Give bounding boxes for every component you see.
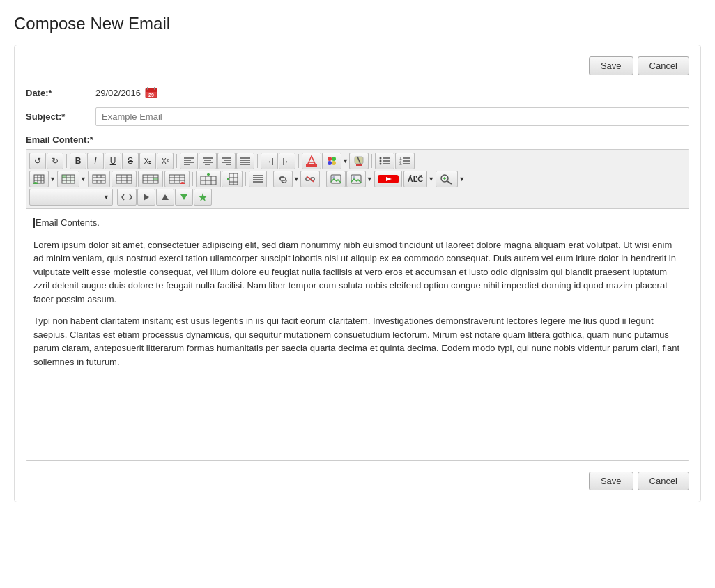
save-button-top[interactable]: Save [589,56,633,75]
svg-rect-102 [351,175,361,183]
bold-button[interactable]: B [70,153,86,169]
insert-arrow-right[interactable] [137,189,155,206]
insert-col-before-button[interactable] [222,171,243,187]
unordered-list-button[interactable] [375,153,394,169]
insert-arrow-up[interactable] [156,189,174,206]
separator-3 [257,154,258,168]
editor-text: Email Contents. Lorem ipsum dolor sit am… [33,216,682,369]
clear-formatting-button[interactable] [349,153,369,169]
svg-text:29: 29 [148,93,154,98]
editor-paragraph-2: Typi non habent claritatem insitam; est … [33,314,682,369]
separator-7 [245,172,246,186]
form-container: Save Cancel Date:* 29/02/2016 29 [14,45,701,502]
svg-rect-95 [280,178,286,180]
subject-field[interactable] [95,107,689,126]
font-dropdown-arrow: ▼ [103,194,109,201]
special-chars-dropdown[interactable]: ▼ [428,176,434,183]
table-style-button[interactable] [57,171,79,187]
text-color-button[interactable] [302,153,321,169]
undo-button[interactable]: ↺ [29,153,46,169]
align-center-button[interactable] [199,153,217,169]
superscript-button[interactable]: X² [157,153,174,169]
insert-table-button[interactable] [29,171,49,187]
toolbar-row-1: ↺ ↻ B I U S X₂ X² [29,153,686,169]
svg-marker-21 [307,156,316,165]
insert-star[interactable] [194,189,212,206]
svg-point-26 [328,161,332,165]
font-dropdown[interactable]: ▼ [29,189,113,206]
delete-table-button[interactable] [164,171,190,187]
strikethrough-button[interactable]: S [122,153,139,169]
font-dropdown-label [33,193,102,201]
svg-marker-113 [199,193,207,201]
ordered-list-button[interactable]: 1.2.3. [395,153,415,169]
italic-button[interactable]: I [87,153,104,169]
color-palette-button[interactable] [322,153,341,169]
cancel-button-bottom[interactable]: Cancel [638,472,689,490]
top-buttons-row: Save Cancel [26,56,689,75]
toolbar-row-3: ▼ [29,189,686,206]
table-dropdown[interactable]: ▼ [49,176,56,183]
insert-arrow-down[interactable] [175,189,193,206]
svg-point-24 [328,157,332,161]
editor-title-line: Email Contents. [33,216,682,230]
svg-rect-23 [306,164,317,167]
merge-cells-button[interactable] [88,171,110,187]
date-field: 29/02/2016 29 [95,86,689,99]
source-button[interactable] [117,189,137,206]
insert-row-before-button[interactable] [196,171,221,187]
separator-2 [176,154,177,168]
row-col-ops-button[interactable] [138,171,163,187]
subscript-button[interactable]: X₂ [139,153,156,169]
outdent-button[interactable]: |← [279,153,296,169]
underline-button[interactable]: U [105,153,121,169]
align-justify-button[interactable] [236,153,254,169]
svg-point-31 [380,157,382,160]
editor-wrapper: ↺ ↻ B I U S X₂ X² [26,149,689,461]
separator-8 [270,172,270,186]
svg-rect-3 [154,87,155,90]
cancel-button-top[interactable]: Cancel [638,56,689,75]
youtube-button[interactable] [374,171,402,187]
separator-4 [298,154,299,168]
subject-row: Subject:* [26,107,689,126]
image-options-dropdown[interactable]: ▼ [367,176,373,183]
save-button-bottom[interactable]: Save [589,472,633,490]
block-align-button[interactable] [249,171,267,187]
calendar-icon[interactable]: 29 [145,86,157,99]
link-dropdown[interactable]: ▼ [293,176,300,183]
svg-rect-72 [153,178,158,180]
separator-5 [371,154,372,168]
find-replace-dropdown[interactable]: ▼ [459,176,465,183]
separator-1 [66,154,67,168]
date-label: Date:* [26,88,95,98]
email-content-label: Email Content:* [26,134,689,145]
color-dropdown[interactable]: ▼ [342,157,348,164]
remove-link-button[interactable] [300,171,320,187]
table-style-dropdown[interactable]: ▼ [80,176,86,183]
svg-text:3.: 3. [399,162,402,166]
split-cell-button[interactable] [112,171,137,187]
svg-line-107 [447,181,452,184]
editor-content-area[interactable]: Email Contents. Lorem ipsum dolor sit am… [26,209,689,460]
svg-marker-111 [162,194,169,200]
insert-link-button[interactable] [273,171,293,187]
page-title: Compose New Email [14,14,701,33]
align-right-button[interactable] [217,153,236,169]
image-dropdown-button[interactable] [346,171,366,187]
insert-image-button[interactable] [326,171,346,187]
svg-rect-54 [62,175,66,178]
subject-label: Subject:* [26,111,95,122]
indent-button[interactable]: →| [261,153,278,169]
svg-line-99 [307,176,314,182]
special-chars-button[interactable]: ÁĽČ [403,171,428,187]
svg-point-33 [380,160,382,162]
toolbar-row-2: ▼ ▼ [29,171,686,187]
svg-point-25 [332,157,336,161]
find-replace-button[interactable] [436,171,458,187]
align-left-button[interactable] [180,153,198,169]
subject-input[interactable] [95,107,689,126]
svg-rect-100 [331,175,341,183]
redo-button[interactable]: ↻ [47,153,63,169]
svg-marker-112 [180,194,187,200]
